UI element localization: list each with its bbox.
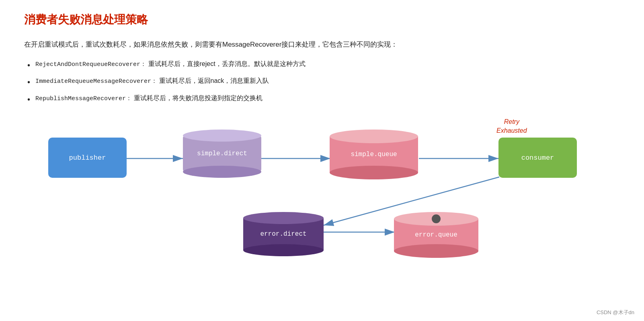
consumer-label: consumer (521, 154, 554, 162)
intro-text: 在开启重试模式后，重试次数耗尽，如果消息依然失败，则需要有MessageReco… (24, 39, 620, 51)
simple-direct-label: simple.direct (197, 150, 247, 157)
error-queue-node: error.queue (394, 212, 478, 258)
simple-queue-node: simple.queue (330, 130, 418, 179)
bullet-text-1: 重试耗尽后，直接reject，丢弃消息。默认就是这种方式 (148, 60, 306, 67)
bullet-text-3: 重试耗尽后，将失败消息投递到指定的交换机 (134, 95, 263, 101)
consumer-node: consumer (498, 138, 577, 178)
bullet-list: RejectAndDontRequeueRecoverer： 重试耗尽后，直接r… (24, 58, 620, 104)
simple-queue-label: simple.queue (351, 151, 397, 158)
simple-direct-node: simple.direct (183, 130, 261, 178)
list-item: ImmediateRequeueMessageRecoverer： 重试耗尽后，… (24, 75, 620, 87)
publisher-label: publisher (69, 154, 106, 162)
diagram-area: publisher simple.direct simple.queue con… (24, 113, 620, 266)
queue-dot (432, 214, 441, 223)
list-item: RepublishMessageRecoverer： 重试耗尽后，将失败消息投递… (24, 93, 620, 104)
watermark: CSDN @木子dn (597, 309, 634, 316)
retry-exhausted-label: Retry Exhausted (496, 117, 527, 136)
page-title: 消费者失败消息处理策略 (24, 12, 620, 27)
bullet-code-3: RepublishMessageRecoverer： (35, 95, 132, 102)
error-direct-node: error.direct (243, 212, 324, 256)
list-item: RejectAndDontRequeueRecoverer： 重试耗尽后，直接r… (24, 58, 620, 70)
publisher-node: publisher (48, 138, 127, 178)
bullet-text-2: 重试耗尽后，返回nack，消息重新入队 (159, 77, 269, 84)
error-direct-label: error.direct (260, 230, 306, 238)
bullet-code-1: RejectAndDontRequeueRecoverer： (35, 61, 146, 68)
error-queue-label: error.queue (415, 231, 457, 239)
bullet-code-2: ImmediateRequeueMessageRecoverer： (35, 78, 157, 85)
